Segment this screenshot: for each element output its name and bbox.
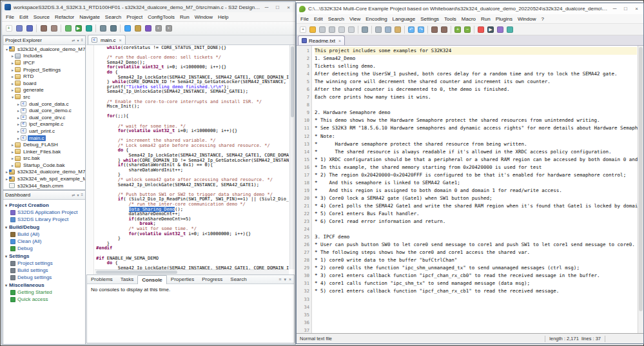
debug-icon[interactable] (63, 24, 73, 34)
tab-console[interactable]: Console (137, 275, 167, 284)
tree-item-generate[interactable]: ▸generate (3, 87, 85, 94)
tree-item-debug-flash[interactable]: ▸Debug_FLASH (3, 141, 85, 148)
menu-navigate[interactable]: Navigate (77, 14, 102, 20)
save-all-icon[interactable] (24, 24, 34, 34)
project-explorer-header[interactable]: Project Explorer ⇄▾≡ (3, 36, 85, 45)
tree-item-ipcf-example-c[interactable]: ▸ipcf_example.c (3, 121, 85, 128)
play-macro-icon[interactable]: ▶ (486, 25, 495, 34)
tree-item-startup-code-bak[interactable]: ▸Startup_Code.bak (3, 162, 85, 169)
editor-horizontal-scrollbar[interactable] (95, 269, 289, 274)
paste-icon[interactable] (393, 25, 402, 34)
search-icon[interactable] (122, 24, 132, 34)
tab-progress[interactable]: Progress (198, 275, 226, 284)
s32ds-titlebar[interactable]: workspaceS32DS.3.4_S32K3.1_RTD100HF01 - … (2, 2, 295, 12)
tab-search[interactable]: Search (226, 275, 250, 284)
tab-readme-txt[interactable]: Readme.txt × (298, 35, 345, 45)
redo-icon[interactable]: ↷ (416, 25, 425, 34)
twisty-icon[interactable]: ▸ (10, 68, 15, 72)
menu-view[interactable]: View (347, 16, 363, 22)
twisty-icon[interactable]: ▸ (16, 102, 21, 106)
console-toolbar-icon-2[interactable]: × (289, 277, 291, 282)
dashboard-section-header[interactable]: ▾Project Creation (3, 201, 85, 209)
menu-tools[interactable]: Tools (442, 16, 459, 22)
twisty-icon[interactable]: ▸ (10, 163, 15, 168)
menu-run[interactable]: Run (177, 14, 192, 20)
tree-item-ipcf[interactable]: ▸IPCF (3, 59, 85, 66)
scrollbar-thumb[interactable] (96, 271, 177, 274)
twisty-icon[interactable]: ▸ (16, 108, 21, 113)
tab-main-c[interactable]: main.c × (88, 35, 126, 44)
console-toolbar-icon-1[interactable]: ▾ (284, 277, 286, 282)
save-icon[interactable] (318, 25, 327, 34)
find-icon[interactable] (430, 25, 439, 34)
menu-file[interactable]: File (298, 16, 311, 22)
menu-source[interactable]: Source (31, 14, 52, 20)
twisty-icon[interactable]: ▾ (5, 47, 9, 52)
annotation-icon[interactable] (133, 24, 142, 34)
undo-icon[interactable]: ↶ (407, 25, 416, 34)
menu-macro[interactable]: Macro (459, 16, 478, 22)
close-tab-icon[interactable]: × (119, 38, 122, 43)
dashboard-item-clean-all[interactable]: Clean (All) (3, 238, 85, 245)
editor-vertical-scrollbar[interactable] (638, 46, 643, 333)
close-tab-icon[interactable]: × (338, 39, 341, 43)
menu-plugins[interactable]: Plugins (493, 16, 515, 22)
menu-run[interactable]: Run (478, 16, 493, 22)
dashboard-item-debug-settings[interactable]: Debug settings (3, 274, 85, 281)
dashboard-item-getting-started[interactable]: Getting Started (3, 289, 85, 296)
menu-encoding[interactable]: Encoding (363, 16, 389, 22)
console-toolbar-icon-0[interactable]: ≡ (278, 277, 281, 282)
menu-window[interactable]: Window (515, 16, 538, 22)
cut-icon[interactable] (374, 25, 383, 34)
twisty-icon[interactable]: ▸ (10, 61, 15, 65)
tree-item-src-bak[interactable]: ▸src.bak (3, 155, 85, 162)
run-icon[interactable]: ▶ (73, 24, 83, 34)
back-icon[interactable]: ‹ (153, 24, 163, 34)
tree-item-project-settings[interactable]: ▸Project_Settings (3, 66, 85, 73)
notepad-titlebar[interactable]: C:\...\S32K324 Multi-Core Example Projec… (297, 3, 643, 14)
zoom-in-icon[interactable]: + (453, 25, 462, 34)
save-icon[interactable] (14, 24, 24, 34)
tree-item-src[interactable]: ▾src (3, 93, 85, 101)
twisty-icon[interactable]: ▸ (16, 136, 21, 140)
last-edit-icon[interactable] (143, 24, 153, 34)
panel-toolbar-icon-0[interactable]: ⇄ (72, 193, 75, 197)
peripherals-icon[interactable] (108, 24, 118, 34)
tree-item-s32k324-wb-spd-example-m7-0[interactable]: ▸s32k324_wb_spd_example_M7_0 (3, 175, 85, 182)
tree-item-dual-core-demo-c[interactable]: ▸dual_core_demo.c (3, 107, 85, 114)
tree-item-s32k344-flash-cmm[interactable]: s32k344_flash.cmm (3, 182, 85, 189)
view-all-chars-icon[interactable] (496, 25, 505, 34)
twisty-icon[interactable]: ▸ (16, 115, 21, 120)
twisty-icon[interactable]: ▸ (16, 129, 21, 133)
menu-item[interactable]: ? (538, 16, 546, 22)
dashboard-item-s32ds-library-project[interactable]: S32DS Library Project (3, 216, 85, 223)
record-macro-icon[interactable] (476, 25, 485, 34)
tree-item-includes[interactable]: ▸Includes (3, 53, 85, 60)
tree-item-s32k324-dualcore-demo-m7-0-d[interactable]: ▾s32k324_dualcore_demo_M7_0: D (3, 46, 85, 53)
menu-search[interactable]: Search (326, 16, 347, 22)
menu-refactor[interactable]: Refactor (52, 14, 77, 20)
build-icon[interactable] (39, 24, 48, 34)
build-all-icon[interactable] (49, 24, 59, 34)
menu-file[interactable]: File (3, 14, 17, 20)
close-button[interactable]: × (631, 5, 642, 13)
menu-settings[interactable]: Settings (418, 16, 442, 22)
flash-icon[interactable] (98, 24, 108, 34)
new-file-icon[interactable]: + (298, 25, 307, 34)
panel-toolbar-icon-2[interactable]: ≡ (81, 193, 83, 197)
menu-language[interactable]: Language (390, 16, 418, 22)
copy-icon[interactable] (384, 25, 393, 34)
profile-icon[interactable] (84, 24, 93, 34)
minimize-button[interactable]: ─ (609, 5, 620, 13)
menu-help[interactable]: Help (215, 14, 231, 20)
twisty-icon[interactable]: ▸ (10, 81, 15, 86)
twisty-icon[interactable]: ▸ (10, 74, 15, 79)
close-button[interactable]: × (283, 3, 294, 12)
tab-tasks[interactable]: Tasks (117, 275, 137, 284)
zoom-out-icon[interactable]: − (463, 25, 472, 34)
tree-item-dual-core-drv-c[interactable]: ▸dual_core_drv.c (3, 114, 85, 121)
twisty-icon[interactable]: ▸ (10, 156, 15, 160)
menu-project[interactable]: Project (124, 14, 145, 20)
minimize-button[interactable]: ─ (261, 3, 272, 12)
tree-item-s32k324-dualcore-demo-m7-1[interactable]: ▸s32k324_dualcore_demo_M7_1 (3, 169, 85, 176)
